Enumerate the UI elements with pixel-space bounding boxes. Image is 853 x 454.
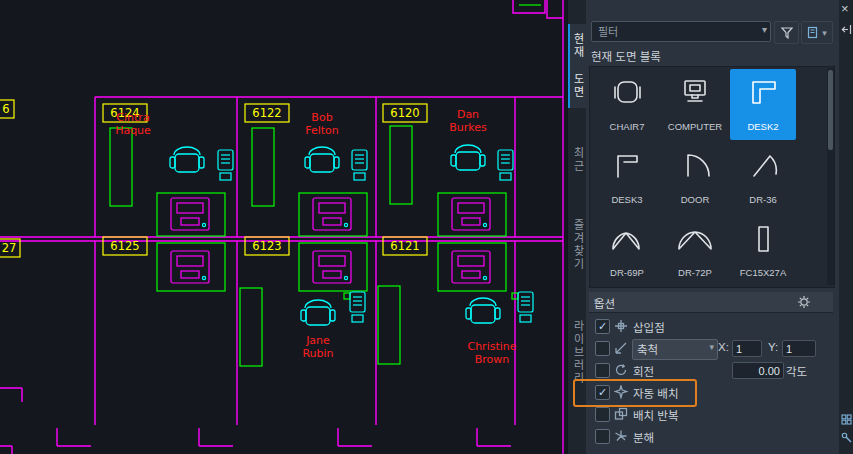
block-item-computer[interactable]: COMPUTER xyxy=(662,69,728,140)
option-row-scale: 축척 ▾ X: Y: xyxy=(586,339,839,359)
occupant-name: Christine xyxy=(467,340,516,353)
option-row-repeat-placement: 배치 반복 xyxy=(586,405,839,425)
x-label: X: xyxy=(718,341,729,353)
library-book-icon xyxy=(807,26,820,39)
tab-libraries[interactable]: 라이브러리 xyxy=(568,310,586,394)
fc15x27a-block-icon xyxy=(741,222,785,256)
dr72p-block-icon xyxy=(673,222,717,256)
close-icon[interactable]: × xyxy=(841,3,849,15)
room-tag: 6121 xyxy=(390,239,419,253)
chair-block-icon xyxy=(605,76,649,110)
angle-input[interactable] xyxy=(732,362,784,379)
option-row-insertion-point: ✓ 삽입점 xyxy=(586,317,839,337)
library-dropdown-arrow: ▾ xyxy=(822,28,827,38)
auto-place-checkbox[interactable]: ✓ xyxy=(595,385,610,400)
chairs xyxy=(170,145,500,325)
room-tag: 6125 xyxy=(110,239,139,253)
blocks-palette: 현재 도면 최근 즐겨찾기 라이브러리 ▾ ▾ 현재 도면 블록 xyxy=(567,0,853,454)
room-tag: 27 xyxy=(2,241,17,255)
occupant-name: Dan xyxy=(457,108,479,121)
block-item-dr36[interactable]: DR-36 xyxy=(730,142,796,213)
block-grid: CHAIR7 COMPUTER DESK2 DESK3 xyxy=(589,66,835,288)
drawing-canvas[interactable]: 6124 6122 6120 6125 6123 6121 6 27 Cintr… xyxy=(0,0,567,454)
room-tag: 6 xyxy=(2,102,9,116)
block-grid-scrollbar[interactable] xyxy=(827,68,834,285)
block-item-dr69p[interactable]: DR-69P xyxy=(594,215,660,286)
options-menu-arrow[interactable]: ▾ xyxy=(594,296,825,306)
occupant-name: Rubin xyxy=(302,347,333,360)
block-item-chair7[interactable]: CHAIR7 xyxy=(594,69,660,140)
occupant-name: Burkes xyxy=(449,121,487,134)
app-window: 6124 6122 6120 6125 6123 6121 6 27 Cintr… xyxy=(0,0,853,454)
insertion-point-checkbox[interactable]: ✓ xyxy=(595,319,610,334)
auto-place-icon xyxy=(614,385,628,399)
room-tags: 6124 6122 6120 6125 6123 6121 6 27 xyxy=(0,100,427,257)
occupant-name: Haque xyxy=(115,124,151,137)
repeat-placement-icon xyxy=(614,407,628,421)
filter-combo[interactable]: ▾ xyxy=(591,21,771,42)
palette-tabstrip: 현재 도면 최근 즐겨찾기 라이브러리 xyxy=(568,0,586,454)
shelves xyxy=(110,126,518,366)
option-row-auto-place: ✓ 자동 배치 xyxy=(586,383,839,403)
filter-edit-button[interactable] xyxy=(774,21,799,44)
room-tag: 6122 xyxy=(252,106,281,120)
scale-icon xyxy=(614,341,628,355)
current-blocks-label: 현재 도면 블록 xyxy=(591,48,661,64)
desk-clusters xyxy=(157,193,506,291)
block-item-desk2[interactable]: DESK2 xyxy=(730,69,796,140)
tab-recent[interactable]: 최근 xyxy=(568,140,586,180)
repeat-placement-checkbox[interactable] xyxy=(595,407,610,422)
occupant-name: Brown xyxy=(475,353,510,366)
room-tag: 6120 xyxy=(390,106,419,120)
occupant-name: Jane xyxy=(305,334,330,347)
palette-titlebar: × xyxy=(839,0,853,454)
tab-favorites[interactable]: 즐겨찾기 xyxy=(568,212,586,278)
walls xyxy=(0,0,563,454)
desk3-block-icon xyxy=(605,149,649,183)
x-scale-input[interactable] xyxy=(732,340,762,357)
filter-dropdown-arrow[interactable]: ▾ xyxy=(762,24,767,35)
angle-label: 각도 xyxy=(786,363,807,379)
palette-tool-icon[interactable] xyxy=(841,432,852,443)
option-row-rotation: 회전 각도 xyxy=(586,361,839,381)
option-row-explode: 분해 xyxy=(586,427,839,447)
autohide-icon[interactable] xyxy=(841,24,852,35)
occupant-name: Cintra xyxy=(116,111,149,124)
block-item-fc15x27a[interactable]: FC15X27A xyxy=(730,215,796,286)
y-scale-input[interactable] xyxy=(782,340,816,357)
scale-dropdown-arrow: ▾ xyxy=(709,342,714,352)
funnel-icon xyxy=(780,26,794,40)
scale-dropdown[interactable]: 축척 ▾ xyxy=(632,339,718,360)
y-label: Y: xyxy=(768,341,778,353)
rotate-icon xyxy=(614,363,628,377)
palette-grid-icon[interactable] xyxy=(841,414,852,425)
insertion-point-icon xyxy=(614,319,628,333)
rotation-checkbox[interactable] xyxy=(595,363,610,378)
occupant-name: Felton xyxy=(305,124,339,137)
explode-checkbox[interactable] xyxy=(595,429,610,444)
desk2-block-icon xyxy=(741,76,785,110)
computer-block-icon xyxy=(673,76,717,110)
block-item-dr72p[interactable]: DR-72P xyxy=(662,215,728,286)
dr69p-block-icon xyxy=(605,222,649,256)
options-header: 옵션 ▾ xyxy=(589,292,833,313)
door-block-icon xyxy=(673,149,717,183)
scrollbar-thumb[interactable] xyxy=(828,70,833,150)
dr36-block-icon xyxy=(741,149,785,183)
tab-current-drawing[interactable]: 현재 도면 xyxy=(568,24,586,108)
block-item-door[interactable]: DOOR xyxy=(662,142,728,213)
room-tag: 6123 xyxy=(252,239,281,253)
explode-icon xyxy=(614,429,628,443)
scale-checkbox[interactable] xyxy=(595,341,610,356)
library-button[interactable]: ▾ xyxy=(801,21,833,44)
filter-input[interactable] xyxy=(596,23,750,40)
occupant-name: Bob xyxy=(311,111,332,124)
block-item-desk3[interactable]: DESK3 xyxy=(594,142,660,213)
